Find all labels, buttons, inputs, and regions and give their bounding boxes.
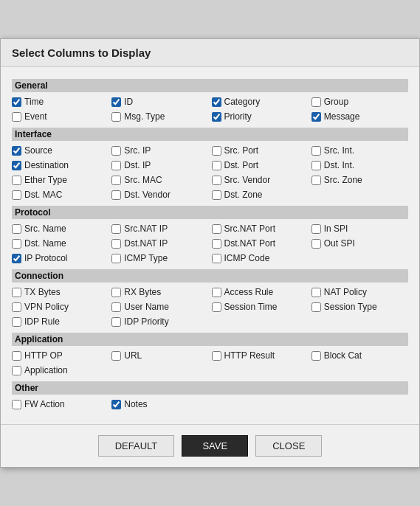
close-button[interactable]: CLOSE xyxy=(255,435,322,457)
checkbox-tx_bytes[interactable] xyxy=(12,288,21,297)
label-http_result[interactable]: HTTP Result xyxy=(224,350,275,361)
label-out_spi[interactable]: Out SPI xyxy=(324,238,355,249)
checkbox-dst_zone[interactable] xyxy=(212,190,221,200)
checkbox-dst_vendor[interactable] xyxy=(111,190,121,200)
label-source[interactable]: Source xyxy=(24,145,52,156)
label-vpn_policy[interactable]: VPN Policy xyxy=(24,302,69,312)
label-session_time[interactable]: Session Time xyxy=(224,302,278,312)
checkbox-url[interactable] xyxy=(111,351,121,361)
label-dst_nat_port[interactable]: Dst.NAT Port xyxy=(224,238,276,249)
label-in_spi[interactable]: In SPI xyxy=(324,223,348,234)
label-event[interactable]: Event xyxy=(24,111,47,122)
label-access_rule[interactable]: Access Rule xyxy=(224,287,274,297)
label-icmp_type[interactable]: ICMP Type xyxy=(124,253,168,263)
label-dst_nat_ip[interactable]: Dst.NAT IP xyxy=(124,238,168,249)
checkbox-src_port[interactable] xyxy=(212,146,221,156)
checkbox-application[interactable] xyxy=(12,366,21,375)
checkbox-idp_priority[interactable] xyxy=(111,317,121,327)
checkbox-source[interactable] xyxy=(12,146,21,156)
label-nat_policy[interactable]: NAT Policy xyxy=(324,287,367,297)
label-idp_priority[interactable]: IDP Priority xyxy=(124,316,168,327)
label-dst_ip[interactable]: Dst. IP xyxy=(124,160,151,170)
checkbox-event[interactable] xyxy=(12,112,21,122)
checkbox-src_nat_port[interactable] xyxy=(212,224,221,234)
label-src_mac[interactable]: Src. MAC xyxy=(124,175,162,185)
label-time[interactable]: Time xyxy=(24,97,44,107)
checkbox-session_time[interactable] xyxy=(212,302,221,312)
label-ether_type[interactable]: Ether Type xyxy=(24,175,67,185)
checkbox-src_vendor[interactable] xyxy=(212,176,221,185)
save-button[interactable]: SAVE xyxy=(182,435,248,457)
checkbox-out_spi[interactable] xyxy=(311,239,321,249)
label-notes[interactable]: Notes xyxy=(124,399,147,409)
checkbox-http_op[interactable] xyxy=(12,351,21,361)
checkbox-destination[interactable] xyxy=(12,161,21,170)
label-category[interactable]: Category xyxy=(224,97,261,107)
checkbox-dst_nat_port[interactable] xyxy=(212,239,221,249)
checkbox-group[interactable] xyxy=(311,97,321,107)
checkbox-fw_action[interactable] xyxy=(12,400,21,409)
checkbox-in_spi[interactable] xyxy=(311,224,321,234)
checkbox-priority[interactable] xyxy=(212,112,221,122)
checkbox-message[interactable] xyxy=(311,112,321,122)
label-src_nat_ip[interactable]: Src.NAT IP xyxy=(124,223,168,234)
checkbox-dst_name[interactable] xyxy=(12,239,21,249)
checkbox-msg_type[interactable] xyxy=(111,112,121,122)
label-src_nat_port[interactable]: Src.NAT Port xyxy=(224,223,276,234)
checkbox-time[interactable] xyxy=(12,97,21,107)
label-tx_bytes[interactable]: TX Bytes xyxy=(24,287,61,297)
label-dst_vendor[interactable]: Dst. Vendor xyxy=(124,190,171,200)
checkbox-id[interactable] xyxy=(111,97,121,107)
checkbox-src_mac[interactable] xyxy=(111,176,121,185)
label-dst_zone[interactable]: Dst. Zone xyxy=(224,190,263,200)
checkbox-ip_protocol[interactable] xyxy=(12,254,21,263)
label-group[interactable]: Group xyxy=(324,97,348,107)
label-icmp_code[interactable]: ICMP Code xyxy=(224,253,270,263)
checkbox-access_rule[interactable] xyxy=(212,288,221,297)
checkbox-block_cat[interactable] xyxy=(311,351,321,361)
checkbox-vpn_policy[interactable] xyxy=(12,302,21,312)
label-src_name[interactable]: Src. Name xyxy=(24,223,66,234)
label-session_type[interactable]: Session Type xyxy=(324,302,377,312)
label-url[interactable]: URL xyxy=(124,350,142,361)
label-msg_type[interactable]: Msg. Type xyxy=(124,111,165,122)
label-dst_int[interactable]: Dst. Int. xyxy=(324,160,354,170)
checkbox-rx_bytes[interactable] xyxy=(111,288,121,297)
checkbox-dst_int[interactable] xyxy=(311,161,321,170)
checkbox-src_name[interactable] xyxy=(12,224,21,234)
label-src_ip[interactable]: Src. IP xyxy=(124,145,151,156)
label-http_op[interactable]: HTTP OP xyxy=(24,350,63,361)
label-destination[interactable]: Destination xyxy=(24,160,69,170)
checkbox-icmp_type[interactable] xyxy=(111,254,121,263)
label-ip_protocol[interactable]: IP Protocol xyxy=(24,253,67,263)
label-fw_action[interactable]: FW Action xyxy=(24,399,65,409)
checkbox-http_result[interactable] xyxy=(212,351,221,361)
checkbox-idp_rule[interactable] xyxy=(12,317,21,327)
label-priority[interactable]: Priority xyxy=(224,111,252,122)
label-block_cat[interactable]: Block Cat xyxy=(324,350,362,361)
label-src_int[interactable]: Src. Int. xyxy=(324,145,354,156)
checkbox-dst_mac[interactable] xyxy=(12,190,21,200)
checkbox-user_name[interactable] xyxy=(111,302,121,312)
checkbox-dst_port[interactable] xyxy=(212,161,221,170)
label-message[interactable]: Message xyxy=(324,111,360,122)
checkbox-dst_nat_ip[interactable] xyxy=(111,239,121,249)
checkbox-src_ip[interactable] xyxy=(111,146,121,156)
checkbox-icmp_code[interactable] xyxy=(212,254,221,263)
label-idp_rule[interactable]: IDP Rule xyxy=(24,316,60,327)
checkbox-src_nat_ip[interactable] xyxy=(111,224,121,234)
checkbox-src_zone[interactable] xyxy=(311,176,321,185)
label-src_zone[interactable]: Src. Zone xyxy=(324,175,362,185)
checkbox-ether_type[interactable] xyxy=(12,176,21,185)
checkbox-nat_policy[interactable] xyxy=(311,288,321,297)
label-src_port[interactable]: Src. Port xyxy=(224,145,259,156)
label-dst_port[interactable]: Dst. Port xyxy=(224,160,259,170)
label-dst_name[interactable]: Dst. Name xyxy=(24,238,66,249)
checkbox-notes[interactable] xyxy=(111,400,121,409)
checkbox-src_int[interactable] xyxy=(311,146,321,156)
label-src_vendor[interactable]: Src. Vendor xyxy=(224,175,271,185)
label-user_name[interactable]: User Name xyxy=(124,302,169,312)
label-dst_mac[interactable]: Dst. MAC xyxy=(24,190,62,200)
checkbox-category[interactable] xyxy=(212,97,221,107)
label-application[interactable]: Application xyxy=(24,365,68,375)
